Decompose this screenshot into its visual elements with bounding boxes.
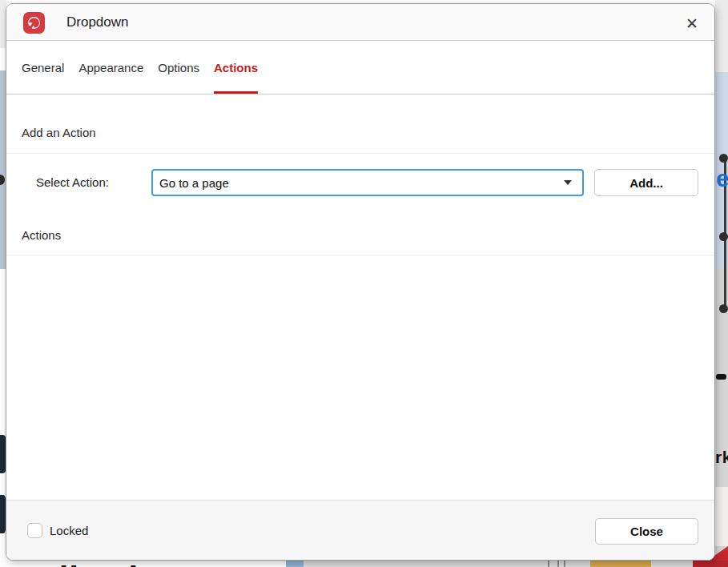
background-line-fragment — [548, 561, 549, 567]
dialog-title: Dropdown — [66, 4, 129, 41]
add-button[interactable]: Add... — [594, 169, 698, 196]
background-logo-fragment — [693, 561, 728, 567]
select-action-dropdown[interactable]: Go to a page — [151, 169, 584, 196]
background-page-right-top — [715, 0, 728, 72]
tab-options[interactable]: Options — [158, 41, 199, 94]
background-field-name-fragment: e — [716, 165, 728, 192]
tab-appearance[interactable]: Appearance — [78, 41, 143, 94]
background-selection-handle — [719, 154, 728, 163]
background-text-fragment: rk — [715, 445, 728, 469]
close-button[interactable]: Close — [595, 518, 698, 545]
background-text-fragment — [0, 435, 6, 473]
locked-label: Locked — [50, 524, 88, 537]
actions-heading: Actions — [22, 228, 61, 242]
background-page-bottom-gray — [286, 561, 728, 567]
tab-general[interactable]: General — [22, 41, 64, 94]
section-divider — [6, 153, 714, 154]
dropdown-properties-dialog: Dropdown ✕ General Appearance Options Ac… — [6, 3, 715, 561]
acrobat-logo-glyph — [26, 15, 42, 30]
background-image-fragment — [286, 561, 304, 567]
background-selection-handle — [719, 304, 728, 313]
section-divider — [6, 255, 714, 255]
background-line-fragment — [564, 561, 565, 567]
locked-checkbox[interactable] — [27, 523, 42, 538]
dialog-titlebar: Dropdown ✕ — [6, 4, 714, 41]
tab-actions[interactable]: Actions — [214, 41, 258, 94]
locked-checkbox-row[interactable]: Locked — [27, 523, 88, 538]
background-gold-bar-fragment — [590, 561, 651, 567]
dialog-tab-bar: General Appearance Options Actions — [6, 41, 714, 94]
background-panel-fragment — [715, 487, 728, 546]
background-line-fragment — [557, 561, 559, 567]
select-action-label: Select Action: — [36, 169, 109, 196]
chevron-down-icon — [564, 180, 572, 185]
close-icon[interactable]: ✕ — [679, 10, 705, 36]
dialog-footer: Locked Close — [6, 500, 714, 560]
background-scrollbar-mark — [716, 374, 726, 380]
acrobat-app-icon — [23, 12, 45, 34]
background-selection-handle — [719, 232, 728, 241]
select-action-value: Go to a page — [153, 176, 564, 190]
dialog-body: Add an Action Select Action: Go to a pag… — [6, 94, 714, 500]
add-an-action-heading: Add an Action — [22, 126, 96, 139]
